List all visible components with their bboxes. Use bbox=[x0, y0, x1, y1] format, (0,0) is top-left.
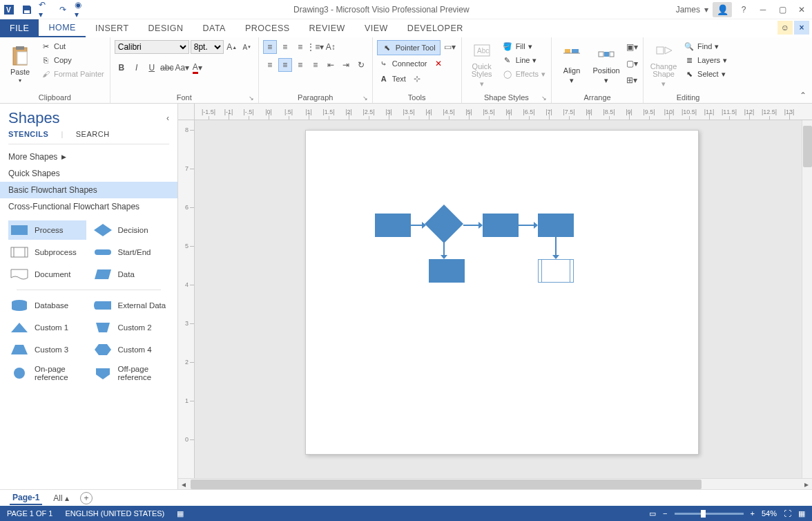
text-direction-button[interactable]: A↕ bbox=[324, 40, 338, 54]
strikethrough-button[interactable]: abc bbox=[160, 61, 174, 75]
font-color-button[interactable]: A▾ bbox=[191, 61, 204, 75]
stencil-basic-flowchart[interactable]: Basic Flowchart Shapes bbox=[0, 182, 177, 198]
align-bottom-button[interactable]: ≡ bbox=[293, 40, 307, 54]
scroll-right-button[interactable]: ▸ bbox=[801, 479, 812, 490]
horizontal-scrollbar[interactable]: ◂ ▸ bbox=[178, 478, 812, 489]
shape-item-document[interactable]: Document bbox=[8, 265, 86, 284]
shape-styles-dialog-launcher[interactable]: ↘ bbox=[541, 95, 547, 102]
shape-item-custom-3[interactable]: Custom 3 bbox=[8, 340, 86, 359]
tab-process[interactable]: PROCESS bbox=[235, 19, 300, 37]
rotate-text-button[interactable]: ↻ bbox=[354, 58, 368, 72]
align-middle-button[interactable]: ≡ bbox=[278, 40, 292, 54]
full-screen-icon[interactable]: ▦ bbox=[798, 509, 805, 518]
user-name[interactable]: James bbox=[676, 5, 700, 15]
group-button[interactable]: ⊞▾ bbox=[625, 73, 639, 87]
bring-front-button[interactable]: ▣▾ bbox=[625, 40, 639, 54]
status-page[interactable]: PAGE 1 OF 1 bbox=[7, 509, 52, 518]
align-left-button[interactable]: ≡ bbox=[263, 58, 277, 72]
align-center-button[interactable]: ≡ bbox=[278, 58, 292, 72]
tab-review[interactable]: REVIEW bbox=[300, 19, 355, 37]
scroll-left-button[interactable]: ◂ bbox=[178, 479, 189, 490]
shape-item-off-page-reference[interactable]: Off-page reference bbox=[92, 362, 170, 384]
maximize-button[interactable]: ▢ bbox=[775, 3, 790, 17]
search-tab[interactable]: SEARCH bbox=[76, 130, 110, 138]
undo-icon[interactable]: ↶ ▾ bbox=[39, 3, 51, 16]
process-shape-2[interactable] bbox=[483, 214, 519, 237]
connector-5[interactable] bbox=[555, 237, 557, 256]
presentation-mode-icon[interactable]: ▭ bbox=[649, 509, 656, 518]
text-tool-button[interactable]: AText bbox=[377, 72, 407, 86]
zoom-level[interactable]: 54% bbox=[762, 509, 777, 518]
help-button[interactable]: ? bbox=[736, 3, 751, 17]
connector-3[interactable] bbox=[519, 225, 535, 226]
hscroll-thumb[interactable] bbox=[191, 480, 702, 489]
tab-insert[interactable]: INSERT bbox=[86, 19, 139, 37]
qat-customize-icon[interactable]: ◉ ▾ bbox=[75, 3, 87, 16]
font-dialog-launcher[interactable]: ↘ bbox=[249, 95, 254, 102]
connector-4[interactable] bbox=[443, 243, 445, 256]
shape-item-start-end[interactable]: Start/End bbox=[92, 243, 170, 262]
vertical-scrollbar[interactable] bbox=[802, 120, 812, 478]
all-pages-button[interactable]: All ▴ bbox=[53, 493, 69, 503]
format-painter-button[interactable]: 🖌Format Painter bbox=[39, 68, 106, 80]
fill-button[interactable]: 🪣Fill ▾ bbox=[501, 40, 547, 53]
italic-button[interactable]: I bbox=[130, 61, 144, 75]
decrease-indent-button[interactable]: ⇤ bbox=[324, 58, 338, 72]
connection-point-tool[interactable]: ⊹ bbox=[410, 72, 424, 86]
rectangle-tool-button[interactable]: ▭▾ bbox=[443, 40, 457, 54]
decision-shape[interactable] bbox=[425, 205, 463, 243]
fit-page-icon[interactable]: ⛶ bbox=[784, 509, 791, 518]
bold-button[interactable]: B bbox=[115, 61, 128, 75]
close-button[interactable]: ✕ bbox=[794, 3, 809, 17]
align-top-button[interactable]: ≡ bbox=[263, 40, 277, 54]
shape-item-custom-4[interactable]: Custom 4 bbox=[92, 340, 170, 359]
minimize-button[interactable]: ─ bbox=[755, 3, 771, 17]
emoji-feedback-button[interactable]: ☺ bbox=[777, 21, 793, 35]
layers-button[interactable]: ≣Layers ▾ bbox=[682, 54, 728, 66]
macro-recording-icon[interactable]: ▦ bbox=[177, 509, 184, 518]
shape-item-custom-1[interactable]: Custom 1 bbox=[8, 318, 86, 337]
stencil-cross-functional[interactable]: Cross-Functional Flowchart Shapes bbox=[0, 198, 177, 215]
add-page-button[interactable]: + bbox=[80, 492, 93, 504]
page-tab-1[interactable]: Page-1 bbox=[10, 491, 42, 505]
shape-item-external-data[interactable]: External Data bbox=[92, 296, 170, 315]
align-justify-button[interactable]: ≡ bbox=[309, 58, 322, 72]
decrease-font-icon[interactable]: A▼ bbox=[240, 40, 254, 54]
font-name-select[interactable]: Calibri bbox=[115, 40, 189, 54]
user-avatar[interactable]: 👤 bbox=[713, 2, 732, 17]
status-language[interactable]: ENGLISH (UNITED STATES) bbox=[65, 509, 164, 518]
more-shapes-item[interactable]: More Shapes ▶ bbox=[0, 149, 177, 165]
shape-item-on-page-reference[interactable]: On-page reference bbox=[8, 362, 86, 384]
shape-item-process[interactable]: Process bbox=[8, 220, 86, 240]
tab-file[interactable]: FILE bbox=[0, 19, 39, 37]
font-size-select[interactable]: 8pt. bbox=[191, 40, 224, 54]
select-button[interactable]: ⬉Select ▾ bbox=[682, 68, 728, 80]
send-back-button[interactable]: ▢▾ bbox=[625, 57, 639, 70]
subprocess-shape-selected[interactable] bbox=[538, 259, 574, 283]
stencils-tab[interactable]: STENCILS bbox=[8, 130, 48, 138]
redo-icon[interactable]: ↷ bbox=[57, 3, 69, 16]
drawing-page[interactable] bbox=[305, 130, 699, 455]
delete-tool-button[interactable]: ✕ bbox=[432, 57, 445, 70]
tab-design[interactable]: DESIGN bbox=[139, 19, 193, 37]
underline-button[interactable]: U bbox=[145, 61, 159, 75]
align-button[interactable]: Align▾ bbox=[556, 40, 588, 88]
tab-developer[interactable]: DEVELOPER bbox=[398, 19, 473, 37]
shape-item-subprocess[interactable]: Subprocess bbox=[8, 243, 86, 262]
connector-2[interactable] bbox=[463, 225, 480, 226]
zoom-slider[interactable] bbox=[675, 513, 744, 515]
ribbon-display-options[interactable]: × bbox=[794, 21, 809, 35]
tab-home[interactable]: HOME bbox=[39, 19, 86, 37]
process-shape-3[interactable] bbox=[538, 214, 574, 237]
zoom-out-button[interactable]: − bbox=[663, 509, 667, 518]
copy-button[interactable]: ⎘Copy bbox=[39, 54, 106, 66]
pointer-tool-button[interactable]: ⬉Pointer Tool bbox=[377, 40, 441, 55]
paste-button[interactable]: Paste▾ bbox=[4, 40, 36, 88]
zoom-in-button[interactable]: + bbox=[751, 509, 755, 518]
tab-view[interactable]: VIEW bbox=[355, 19, 398, 37]
change-case-button[interactable]: Aa▾ bbox=[175, 61, 189, 75]
find-button[interactable]: 🔍Find ▾ bbox=[682, 40, 728, 53]
vscroll-thumb[interactable] bbox=[803, 126, 812, 167]
paragraph-dialog-launcher[interactable]: ↘ bbox=[362, 95, 368, 102]
shape-item-data[interactable]: Data bbox=[92, 265, 170, 284]
